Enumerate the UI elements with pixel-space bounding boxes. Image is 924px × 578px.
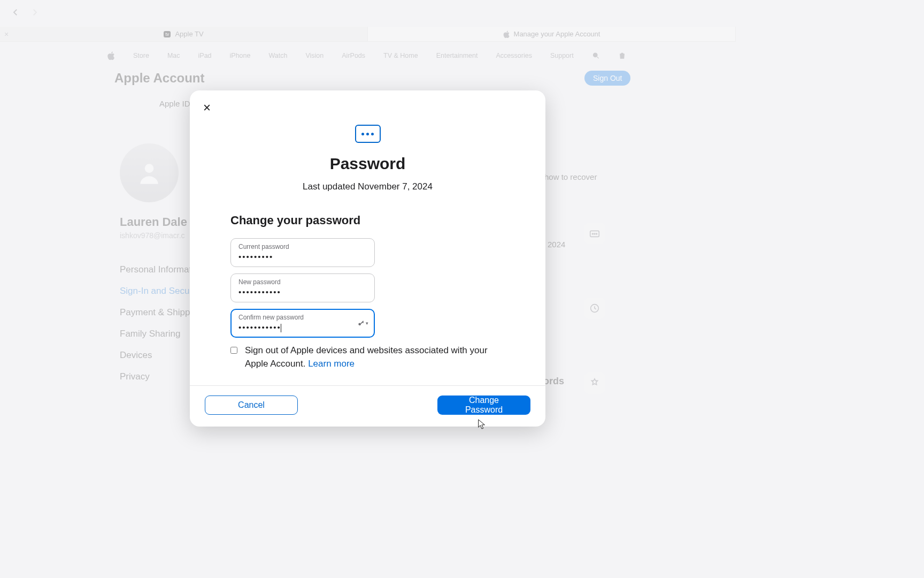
- learn-more-link[interactable]: Learn more: [308, 359, 355, 369]
- sign-out-devices-checkbox[interactable]: [230, 346, 237, 355]
- section-title: Change your password: [230, 214, 505, 227]
- modal-title: Password: [230, 155, 505, 173]
- field-label: Confirm new password: [238, 314, 367, 321]
- current-password-field[interactable]: Current password •••••••••: [230, 238, 375, 267]
- modal-footer: Cancel Change Password: [190, 385, 545, 427]
- close-icon[interactable]: [202, 102, 212, 113]
- field-label: Current password: [238, 243, 367, 250]
- modal-subtitle: Last updated November 7, 2024: [230, 181, 505, 192]
- confirm-password-field[interactable]: Confirm new password ••••••••••• ▾: [230, 309, 375, 338]
- checkbox-label: Sign out of Apple devices and websites a…: [245, 345, 488, 369]
- new-password-field[interactable]: New password •••••••••••: [230, 273, 375, 302]
- change-password-button[interactable]: Change Password: [437, 396, 530, 415]
- field-value: •••••••••••: [238, 287, 281, 296]
- field-value: •••••••••: [238, 252, 273, 261]
- svg-point-10: [358, 323, 361, 325]
- field-label: New password: [238, 278, 367, 286]
- change-password-modal: Password Last updated November 7, 2024 C…: [190, 90, 545, 427]
- keychain-icon[interactable]: ▾: [357, 320, 368, 327]
- password-icon: [355, 125, 381, 143]
- field-value: •••••••••••: [238, 323, 281, 332]
- cancel-button[interactable]: Cancel: [205, 396, 298, 415]
- sign-out-devices-row: Sign out of Apple devices and websites a…: [230, 344, 505, 370]
